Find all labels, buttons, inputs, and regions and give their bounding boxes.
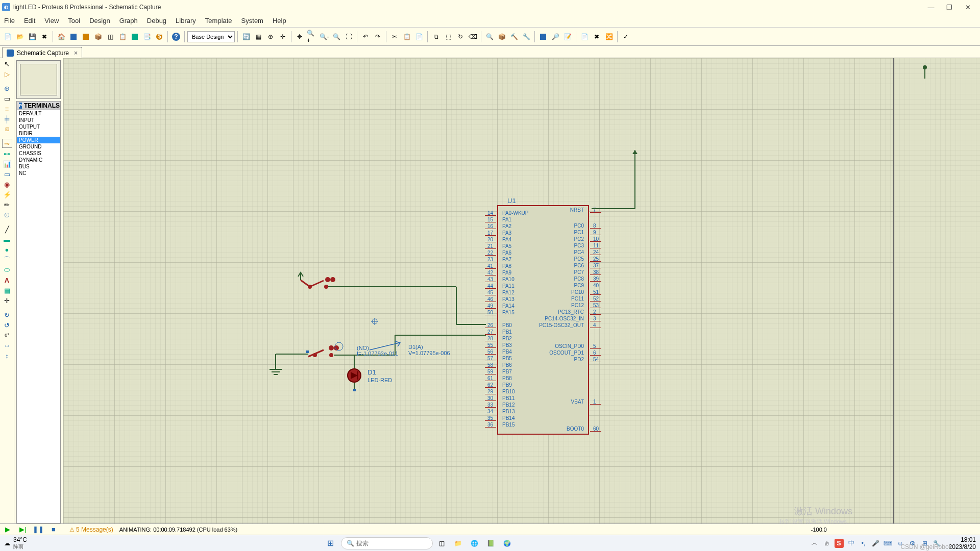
paste-icon[interactable]: 📄 bbox=[413, 31, 425, 42]
block-move-icon[interactable]: ⬚ bbox=[443, 31, 454, 42]
right-pane[interactable] bbox=[893, 58, 980, 523]
new-button[interactable]: 📄 bbox=[2, 31, 13, 42]
terminal-item-chassis[interactable]: CHASSIS bbox=[17, 150, 60, 157]
autoroute-icon[interactable] bbox=[537, 31, 549, 42]
menu-graph[interactable]: Graph bbox=[119, 17, 138, 24]
help-icon[interactable]: ? bbox=[170, 31, 182, 42]
probe-v-icon[interactable]: ⚡ bbox=[2, 190, 12, 199]
instrument-icon[interactable]: ⏲ bbox=[2, 210, 12, 219]
menu-design[interactable]: Design bbox=[89, 17, 110, 24]
weather-widget[interactable]: ☁ 34°C阵雨 bbox=[4, 536, 27, 550]
terminals-list[interactable]: DEFAULTINPUTOUTPUTBIDIRPOWERGROUNDCHASSI… bbox=[16, 110, 61, 523]
symbol-icon[interactable]: ▤ bbox=[2, 286, 12, 295]
stop-button[interactable]: ■ bbox=[47, 524, 60, 535]
grid-icon[interactable]: ▦ bbox=[253, 31, 264, 42]
menu-system[interactable]: System bbox=[241, 17, 263, 24]
block-rotate-icon[interactable]: ↻ bbox=[455, 31, 466, 42]
terminal-item-input[interactable]: INPUT bbox=[17, 117, 60, 123]
explorer-icon[interactable]: 📁 bbox=[451, 537, 465, 549]
design-select[interactable]: Base Design bbox=[187, 31, 235, 42]
text2-icon[interactable]: A bbox=[2, 276, 12, 285]
copy-icon[interactable]: 📋 bbox=[401, 31, 412, 42]
rotate-ccw-icon[interactable]: ↺ bbox=[2, 320, 12, 330]
tray-screen-icon[interactable]: ⎚ bbox=[822, 539, 831, 548]
clock[interactable]: 18:01 CSDN @geiRobot2023/8/20 bbox=[949, 536, 976, 550]
code-icon[interactable] bbox=[129, 31, 140, 42]
menu-template[interactable]: Template bbox=[205, 17, 232, 24]
3d-icon[interactable]: 📦 bbox=[92, 31, 104, 42]
new-sheet-icon[interactable]: 📄 bbox=[579, 31, 590, 42]
pcb-icon[interactable] bbox=[80, 31, 91, 42]
warning-icon[interactable]: ⚠ 5 Message(s) bbox=[69, 526, 113, 533]
redo-icon[interactable]: ↷ bbox=[372, 31, 383, 42]
generator-icon[interactable]: ◉ bbox=[2, 180, 12, 189]
wire-icon[interactable]: 🔧 bbox=[521, 31, 532, 42]
probe-i-icon[interactable]: ✏ bbox=[2, 200, 12, 209]
close-project-button[interactable]: ✖ bbox=[39, 31, 50, 42]
chip-u1[interactable]: U1 14PA0-WKUP15PA116PA217PA320PA421PA522… bbox=[497, 205, 589, 435]
menu-library[interactable]: Library bbox=[176, 17, 196, 24]
terminal-icon[interactable]: ⊸ bbox=[2, 139, 12, 148]
tape-icon[interactable]: ▭ bbox=[2, 169, 12, 179]
block-delete-icon[interactable]: ⌫ bbox=[467, 31, 478, 42]
dot-icon[interactable]: •, bbox=[859, 539, 868, 548]
step-button[interactable]: ▶| bbox=[16, 524, 30, 535]
mic-icon[interactable]: 🎤 bbox=[871, 539, 880, 548]
terminal-item-output[interactable]: OUTPUT bbox=[17, 123, 60, 130]
terminal-item-bus[interactable]: BUS bbox=[17, 163, 60, 170]
gerber-icon[interactable]: ◫ bbox=[105, 31, 116, 42]
menu-edit[interactable]: Edit bbox=[24, 17, 35, 24]
subcircuit-icon[interactable]: ⧈ bbox=[2, 124, 12, 134]
canvas-area[interactable]: U1 14PA0-WKUP15PA116PA217PA320PA421PA522… bbox=[63, 58, 893, 523]
chrome-icon[interactable]: 🌐 bbox=[468, 537, 482, 549]
app-icon-2[interactable]: 🌍 bbox=[500, 537, 514, 549]
refresh-icon[interactable]: 🔄 bbox=[240, 31, 252, 42]
circle-icon[interactable]: ● bbox=[2, 245, 12, 254]
tab-close-icon[interactable]: × bbox=[74, 49, 78, 57]
property-icon[interactable]: 📝 bbox=[562, 31, 573, 42]
bus-icon[interactable]: ╪ bbox=[2, 114, 12, 123]
tray-up-icon[interactable]: ︿ bbox=[810, 539, 819, 548]
marker-icon[interactable]: ✛ bbox=[2, 296, 12, 305]
flip-v-icon[interactable]: ↕ bbox=[2, 351, 12, 360]
origin-icon[interactable]: ⊕ bbox=[265, 31, 276, 42]
zoom-out-icon[interactable]: 🔍- bbox=[318, 31, 330, 42]
menu-file[interactable]: File bbox=[4, 17, 15, 24]
cost-icon[interactable]: $ bbox=[154, 31, 165, 42]
bom-icon[interactable]: 📋 bbox=[117, 31, 128, 42]
maximize-button[interactable]: ❐ bbox=[943, 1, 955, 13]
label-icon[interactable]: ▭ bbox=[2, 94, 12, 103]
path-icon[interactable]: ⬭ bbox=[2, 265, 12, 274]
package-icon[interactable]: 📦 bbox=[496, 31, 507, 42]
delete-sheet-icon[interactable]: ✖ bbox=[591, 31, 602, 42]
zoom-fit-icon[interactable]: 🔍 bbox=[331, 31, 342, 42]
menu-help[interactable]: Help bbox=[273, 17, 286, 24]
preview-window[interactable] bbox=[16, 60, 61, 99]
line-icon[interactable]: ╱ bbox=[2, 224, 12, 234]
snap-icon[interactable]: ✛ bbox=[277, 31, 288, 42]
tab-schematic[interactable]: Schematic Capture × bbox=[2, 47, 82, 58]
terminal-item-dynamic[interactable]: DYNAMIC bbox=[17, 157, 60, 163]
ime-icon[interactable]: 中 bbox=[847, 539, 856, 548]
undo-icon[interactable]: ↶ bbox=[360, 31, 371, 42]
box-icon[interactable]: ▬ bbox=[2, 235, 12, 244]
pause-button[interactable]: ❚❚ bbox=[32, 524, 45, 535]
menu-tool[interactable]: Tool bbox=[68, 17, 80, 24]
pan-icon[interactable]: ✥ bbox=[294, 31, 305, 42]
app-icon-1[interactable]: 📗 bbox=[484, 537, 498, 549]
task-view-icon[interactable]: ◫ bbox=[435, 537, 449, 549]
schematic-icon[interactable] bbox=[68, 31, 79, 42]
angle-icon[interactable]: 0° bbox=[2, 331, 12, 340]
open-button[interactable]: 📂 bbox=[14, 31, 26, 42]
zoom-sheet-icon[interactable]: ⛶ bbox=[343, 31, 354, 42]
minimize-button[interactable]: — bbox=[925, 1, 937, 13]
search-icon[interactable]: 🔎 bbox=[550, 31, 561, 42]
text-icon[interactable]: ≡ bbox=[2, 104, 12, 113]
terminal-item-power[interactable]: POWER bbox=[17, 137, 60, 143]
goto-sheet-icon[interactable]: 🔀 bbox=[603, 31, 615, 42]
save-button[interactable]: 💾 bbox=[27, 31, 38, 42]
menu-view[interactable]: View bbox=[44, 17, 59, 24]
explorer-icon[interactable]: 📑 bbox=[141, 31, 153, 42]
terminal-item-nc[interactable]: NC bbox=[17, 170, 60, 177]
select-mode-icon[interactable]: ↖ bbox=[2, 59, 12, 68]
